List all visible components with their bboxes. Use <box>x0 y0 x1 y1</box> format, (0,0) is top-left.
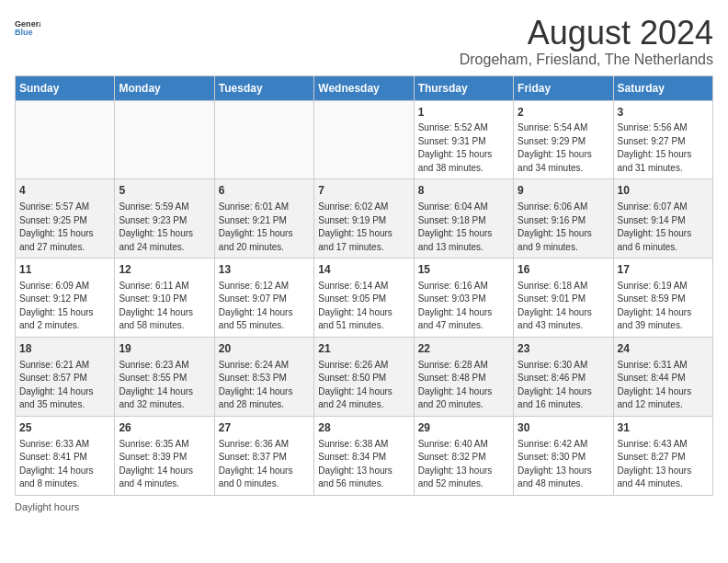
calendar-cell-12: 12Sunrise: 6:11 AM Sunset: 9:10 PM Dayli… <box>115 259 214 338</box>
day-info: Sunrise: 6:11 AM Sunset: 9:10 PM Dayligh… <box>119 280 210 333</box>
calendar-cell-8: 8Sunrise: 6:04 AM Sunset: 9:18 PM Daylig… <box>414 179 513 259</box>
svg-text:Blue: Blue <box>15 28 33 37</box>
day-number: 3 <box>618 105 709 121</box>
calendar-cell-6: 6Sunrise: 6:01 AM Sunset: 9:21 PM Daylig… <box>214 179 313 259</box>
day-info: Sunrise: 6:24 AM Sunset: 8:53 PM Dayligh… <box>219 359 310 412</box>
day-number: 21 <box>318 341 409 357</box>
day-number: 12 <box>119 262 210 278</box>
day-number: 20 <box>219 341 310 357</box>
day-number: 24 <box>618 341 709 357</box>
day-info: Sunrise: 6:28 AM Sunset: 8:48 PM Dayligh… <box>418 359 509 412</box>
day-number: 9 <box>518 183 609 199</box>
day-number: 18 <box>19 341 110 357</box>
day-info: Sunrise: 6:23 AM Sunset: 8:55 PM Dayligh… <box>119 359 210 412</box>
day-info: Sunrise: 6:07 AM Sunset: 9:14 PM Dayligh… <box>618 201 709 254</box>
day-number: 17 <box>618 262 709 278</box>
day-info: Sunrise: 5:59 AM Sunset: 9:23 PM Dayligh… <box>119 201 210 254</box>
generalblue-logo-icon: General Blue <box>15 15 40 40</box>
header-day-friday: Friday <box>514 75 613 100</box>
day-number: 8 <box>418 183 509 199</box>
calendar-cell-empty <box>214 100 313 179</box>
logo: General Blue <box>15 15 40 40</box>
header-day-sunday: Sunday <box>16 75 115 100</box>
day-number: 19 <box>119 341 210 357</box>
calendar-cell-21: 21Sunrise: 6:26 AM Sunset: 8:50 PM Dayli… <box>314 337 414 416</box>
calendar-cell-26: 26Sunrise: 6:35 AM Sunset: 8:39 PM Dayli… <box>115 416 214 495</box>
day-number: 26 <box>119 420 210 436</box>
calendar-cell-7: 7Sunrise: 6:02 AM Sunset: 9:19 PM Daylig… <box>314 179 414 259</box>
calendar-cell-28: 28Sunrise: 6:38 AM Sunset: 8:34 PM Dayli… <box>314 416 414 495</box>
day-number: 28 <box>318 420 409 436</box>
day-number: 27 <box>219 420 310 436</box>
day-info: Sunrise: 6:16 AM Sunset: 9:03 PM Dayligh… <box>418 280 509 333</box>
calendar-cell-17: 17Sunrise: 6:19 AM Sunset: 8:59 PM Dayli… <box>613 259 712 338</box>
header: General Blue August 2024 Drogeham, Fries… <box>15 15 713 68</box>
day-number: 6 <box>219 183 310 199</box>
day-info: Sunrise: 6:01 AM Sunset: 9:21 PM Dayligh… <box>219 201 310 254</box>
day-info: Sunrise: 6:09 AM Sunset: 9:12 PM Dayligh… <box>19 280 110 333</box>
header-day-saturday: Saturday <box>613 75 712 100</box>
day-info: Sunrise: 5:52 AM Sunset: 9:31 PM Dayligh… <box>418 121 509 175</box>
calendar-cell-18: 18Sunrise: 6:21 AM Sunset: 8:57 PM Dayli… <box>16 337 115 416</box>
day-number: 31 <box>618 420 709 436</box>
calendar-title: August 2024 <box>460 15 713 52</box>
calendar-cell-10: 10Sunrise: 6:07 AM Sunset: 9:14 PM Dayli… <box>613 179 712 259</box>
header-day-monday: Monday <box>115 75 214 100</box>
day-info: Sunrise: 6:14 AM Sunset: 9:05 PM Dayligh… <box>318 280 409 333</box>
calendar-week-2: 4Sunrise: 5:57 AM Sunset: 9:25 PM Daylig… <box>16 179 713 259</box>
calendar-cell-30: 30Sunrise: 6:42 AM Sunset: 8:30 PM Dayli… <box>514 416 613 495</box>
day-number: 1 <box>418 105 509 121</box>
calendar-cell-27: 27Sunrise: 6:36 AM Sunset: 8:37 PM Dayli… <box>214 416 313 495</box>
header-day-tuesday: Tuesday <box>214 75 313 100</box>
calendar-cell-31: 31Sunrise: 6:43 AM Sunset: 8:27 PM Dayli… <box>613 416 712 495</box>
calendar-cell-19: 19Sunrise: 6:23 AM Sunset: 8:55 PM Dayli… <box>115 337 214 416</box>
calendar-header-row: SundayMondayTuesdayWednesdayThursdayFrid… <box>16 75 713 100</box>
day-info: Sunrise: 6:26 AM Sunset: 8:50 PM Dayligh… <box>318 359 409 412</box>
day-info: Sunrise: 6:18 AM Sunset: 9:01 PM Dayligh… <box>518 280 609 333</box>
calendar-cell-1: 1Sunrise: 5:52 AM Sunset: 9:31 PM Daylig… <box>414 100 513 179</box>
calendar-week-5: 25Sunrise: 6:33 AM Sunset: 8:41 PM Dayli… <box>16 416 713 495</box>
day-info: Sunrise: 5:56 AM Sunset: 9:27 PM Dayligh… <box>618 121 709 175</box>
day-info: Sunrise: 6:04 AM Sunset: 9:18 PM Dayligh… <box>418 201 509 254</box>
day-info: Sunrise: 6:36 AM Sunset: 8:37 PM Dayligh… <box>219 438 310 491</box>
calendar-cell-empty <box>314 100 414 179</box>
calendar-cell-20: 20Sunrise: 6:24 AM Sunset: 8:53 PM Dayli… <box>214 337 313 416</box>
day-number: 25 <box>19 420 110 436</box>
day-info: Sunrise: 6:02 AM Sunset: 9:19 PM Dayligh… <box>318 201 409 254</box>
day-info: Sunrise: 6:43 AM Sunset: 8:27 PM Dayligh… <box>618 438 709 491</box>
header-day-wednesday: Wednesday <box>314 75 414 100</box>
day-info: Sunrise: 6:21 AM Sunset: 8:57 PM Dayligh… <box>19 359 110 412</box>
calendar-cell-11: 11Sunrise: 6:09 AM Sunset: 9:12 PM Dayli… <box>16 259 115 338</box>
calendar-cell-23: 23Sunrise: 6:30 AM Sunset: 8:46 PM Dayli… <box>514 337 613 416</box>
calendar-cell-14: 14Sunrise: 6:14 AM Sunset: 9:05 PM Dayli… <box>314 259 414 338</box>
day-info: Sunrise: 6:30 AM Sunset: 8:46 PM Dayligh… <box>518 359 609 412</box>
day-info: Sunrise: 6:06 AM Sunset: 9:16 PM Dayligh… <box>518 201 609 254</box>
calendar-cell-empty <box>115 100 214 179</box>
footer-note: Daylight hours <box>15 501 713 512</box>
calendar-table: SundayMondayTuesdayWednesdayThursdayFrid… <box>15 75 713 496</box>
calendar-cell-9: 9Sunrise: 6:06 AM Sunset: 9:16 PM Daylig… <box>514 179 613 259</box>
day-info: Sunrise: 6:42 AM Sunset: 8:30 PM Dayligh… <box>518 438 609 491</box>
day-number: 15 <box>418 262 509 278</box>
calendar-cell-16: 16Sunrise: 6:18 AM Sunset: 9:01 PM Dayli… <box>514 259 613 338</box>
calendar-cell-24: 24Sunrise: 6:31 AM Sunset: 8:44 PM Dayli… <box>613 337 712 416</box>
day-number: 7 <box>318 183 409 199</box>
calendar-cell-3: 3Sunrise: 5:56 AM Sunset: 9:27 PM Daylig… <box>613 100 712 179</box>
day-info: Sunrise: 6:31 AM Sunset: 8:44 PM Dayligh… <box>618 359 709 412</box>
daylight-label: Daylight hours <box>15 501 79 512</box>
calendar-cell-empty <box>16 100 115 179</box>
day-number: 14 <box>318 262 409 278</box>
calendar-cell-22: 22Sunrise: 6:28 AM Sunset: 8:48 PM Dayli… <box>414 337 513 416</box>
day-number: 2 <box>518 105 609 121</box>
calendar-cell-13: 13Sunrise: 6:12 AM Sunset: 9:07 PM Dayli… <box>214 259 313 338</box>
day-info: Sunrise: 6:12 AM Sunset: 9:07 PM Dayligh… <box>219 280 310 333</box>
calendar-week-3: 11Sunrise: 6:09 AM Sunset: 9:12 PM Dayli… <box>16 259 713 338</box>
calendar-cell-15: 15Sunrise: 6:16 AM Sunset: 9:03 PM Dayli… <box>414 259 513 338</box>
calendar-cell-29: 29Sunrise: 6:40 AM Sunset: 8:32 PM Dayli… <box>414 416 513 495</box>
calendar-cell-4: 4Sunrise: 5:57 AM Sunset: 9:25 PM Daylig… <box>16 179 115 259</box>
day-info: Sunrise: 6:35 AM Sunset: 8:39 PM Dayligh… <box>119 438 210 491</box>
calendar-week-1: 1Sunrise: 5:52 AM Sunset: 9:31 PM Daylig… <box>16 100 713 179</box>
calendar-cell-2: 2Sunrise: 5:54 AM Sunset: 9:29 PM Daylig… <box>514 100 613 179</box>
day-number: 29 <box>418 420 509 436</box>
calendar-cell-5: 5Sunrise: 5:59 AM Sunset: 9:23 PM Daylig… <box>115 179 214 259</box>
